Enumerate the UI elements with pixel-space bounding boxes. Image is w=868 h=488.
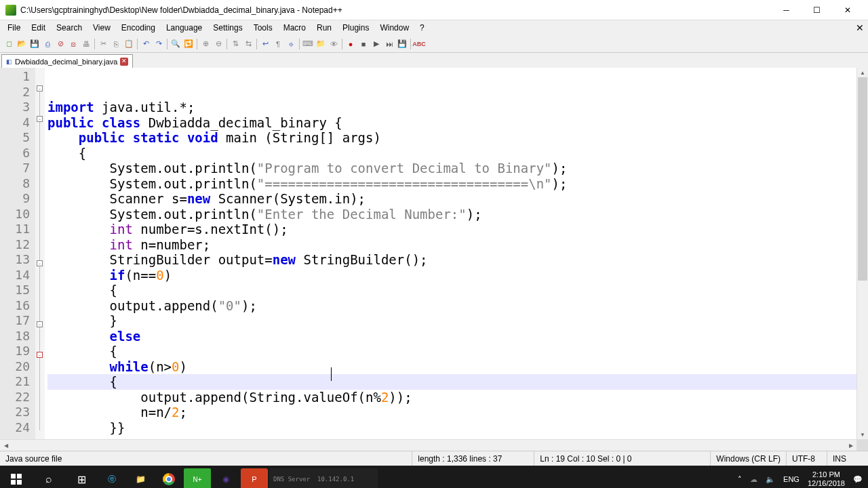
status-ins[interactable]: INS <box>827 451 868 466</box>
svg-rect-3 <box>17 480 22 485</box>
zoom-out-icon[interactable]: ⊖ <box>212 38 224 50</box>
status-eol[interactable]: Windows (CR LF) <box>711 451 787 466</box>
play-multi-icon[interactable]: ⏭ <box>383 38 395 50</box>
menu-window[interactable]: Window <box>375 22 414 34</box>
paste-icon[interactable]: 📋 <box>123 38 135 50</box>
stop-icon[interactable]: ■ <box>357 38 370 50</box>
menu-search[interactable]: Search <box>52 22 87 34</box>
menu-macro[interactable]: Macro <box>279 22 311 34</box>
clock-time: 2:10 PM <box>808 470 845 479</box>
minimize-button[interactable]: ─ <box>771 1 802 20</box>
open-file-icon[interactable]: 📂 <box>16 38 28 50</box>
new-file-icon[interactable]: ◻ <box>3 38 15 50</box>
all-chars-icon[interactable]: ¶ <box>272 38 284 50</box>
taskbar-notepadpp[interactable]: N+ <box>184 468 211 488</box>
clock-date: 12/16/2018 <box>808 479 845 488</box>
separator <box>410 39 411 49</box>
taskbar-ie[interactable]: ⓔ <box>98 468 125 488</box>
folder-icon[interactable]: 📁 <box>315 38 327 50</box>
scroll-up-icon[interactable]: ▲ <box>857 68 868 77</box>
tray-onedrive-icon[interactable]: ☁ <box>750 475 757 484</box>
save-macro-icon[interactable]: 💾 <box>396 38 408 50</box>
indent-guide-icon[interactable]: ⎆ <box>285 38 297 50</box>
fold-column[interactable]: - - - - - <box>35 68 45 439</box>
wordwrap-icon[interactable]: ↩ <box>259 38 271 50</box>
separator <box>137 39 138 49</box>
separator <box>299 39 300 49</box>
replace-icon[interactable]: 🔁 <box>182 38 195 50</box>
scroll-thumb[interactable] <box>858 77 867 281</box>
menu-file[interactable]: File <box>3 22 25 34</box>
status-encoding[interactable]: UTF-8 <box>787 451 827 466</box>
redo-icon[interactable]: ↷ <box>153 38 165 50</box>
play-icon[interactable]: ▶ <box>370 38 382 50</box>
start-button[interactable] <box>0 466 33 488</box>
menu-tools[interactable]: Tools <box>249 22 277 34</box>
find-icon[interactable]: 🔍 <box>170 38 182 50</box>
menu-settings[interactable]: Settings <box>208 22 247 34</box>
taskbar-powerpoint[interactable]: P <box>241 468 268 488</box>
print-icon[interactable]: 🖶 <box>80 38 92 50</box>
record-icon[interactable]: ● <box>344 38 357 50</box>
status-length: length : 1,336 lines : 37 <box>412 451 534 466</box>
menu-view[interactable]: View <box>88 22 115 34</box>
vertical-scrollbar[interactable]: ▲ ▼ <box>856 68 868 439</box>
cmd-preview: DNS Server 10.142.0.1 <box>273 476 354 483</box>
tray-chevron-icon[interactable]: ˄ <box>738 475 742 484</box>
svg-rect-0 <box>11 474 16 479</box>
doc-close-button[interactable]: ✕ <box>856 22 864 33</box>
close-button[interactable]: ✕ <box>832 1 863 20</box>
save-icon[interactable]: 💾 <box>28 38 41 50</box>
menubar: File Edit Search View Encoding Language … <box>0 20 868 35</box>
code-area[interactable]: import java.util.*;public class Dwbiadda… <box>45 68 856 439</box>
tray-clock[interactable]: 2:10 PM 12/16/2018 <box>808 470 845 488</box>
lang-icon[interactable]: ⌨ <box>302 38 314 50</box>
taskbar-cmd[interactable]: DNS Server 10.142.0.1 <box>269 468 378 488</box>
zoom-in-icon[interactable]: ⊕ <box>199 38 212 50</box>
menu-run[interactable]: Run <box>312 22 336 34</box>
fold-box-icon[interactable]: - <box>37 352 43 358</box>
status-filetype: Java source file <box>0 451 412 466</box>
spellcheck-icon[interactable]: ABC <box>413 38 425 50</box>
window-controls: ─ ☐ ✕ <box>771 1 863 20</box>
menu-plugins[interactable]: Plugins <box>338 22 374 34</box>
save-all-icon[interactable]: ⎙ <box>41 38 54 50</box>
taskbar-explorer[interactable]: 📁 <box>127 468 154 488</box>
menu-edit[interactable]: Edit <box>26 22 50 34</box>
tab-active[interactable]: ◧ Dwbiadda_decimal_binary.java ✕ <box>1 54 133 68</box>
copy-icon[interactable]: ⎘ <box>110 38 122 50</box>
tray-notifications-icon[interactable]: 💬 <box>853 475 863 484</box>
tray-lang[interactable]: ENG <box>783 475 800 483</box>
system-tray: ˄ ☁ 🔈 ENG 2:10 PM 12/16/2018 💬 <box>738 470 868 488</box>
scroll-down-icon[interactable]: ▼ <box>857 430 868 439</box>
monitor-icon[interactable]: 👁 <box>328 38 340 50</box>
horizontal-scrollbar[interactable]: ◀ ▶ <box>0 439 868 451</box>
scroll-left-icon[interactable]: ◀ <box>0 440 12 451</box>
close-icon[interactable]: ⊘ <box>54 38 66 50</box>
sync-h-icon[interactable]: ⇆ <box>242 38 254 50</box>
scroll-right-icon[interactable]: ▶ <box>845 440 856 451</box>
svg-rect-1 <box>17 474 22 479</box>
fold-box-icon[interactable]: - <box>37 85 43 92</box>
menu-language[interactable]: Language <box>161 22 207 34</box>
tabbar: ◧ Dwbiadda_decimal_binary.java ✕ <box>0 53 868 68</box>
menu-help[interactable]: ? <box>415 22 429 34</box>
taskbar-eclipse[interactable]: ◉ <box>212 468 239 488</box>
menu-encoding[interactable]: Encoding <box>117 22 160 34</box>
tab-close-icon[interactable]: ✕ <box>120 58 128 66</box>
maximize-button[interactable]: ☐ <box>802 1 832 20</box>
close-all-icon[interactable]: ⦻ <box>67 38 79 50</box>
fold-box-icon[interactable]: - <box>37 116 43 122</box>
taskbar-chrome[interactable] <box>155 468 182 488</box>
sync-v-icon[interactable]: ⇅ <box>229 38 241 50</box>
search-icon[interactable]: ⌕ <box>33 466 65 488</box>
cut-icon[interactable]: ✂ <box>97 38 109 50</box>
tray-volume-icon[interactable]: 🔈 <box>766 475 775 484</box>
svg-rect-2 <box>11 480 16 485</box>
scroll-track[interactable] <box>12 440 845 451</box>
undo-icon[interactable]: ↶ <box>140 38 152 50</box>
task-view-icon[interactable]: ⊞ <box>65 466 98 488</box>
toolbar: ◻ 📂 💾 ⎙ ⊘ ⦻ 🖶 ✂ ⎘ 📋 ↶ ↷ 🔍 🔁 ⊕ ⊖ ⇅ ⇆ ↩ ¶ … <box>0 35 868 53</box>
fold-box-icon[interactable]: - <box>37 260 43 266</box>
fold-box-icon[interactable]: - <box>37 321 43 327</box>
